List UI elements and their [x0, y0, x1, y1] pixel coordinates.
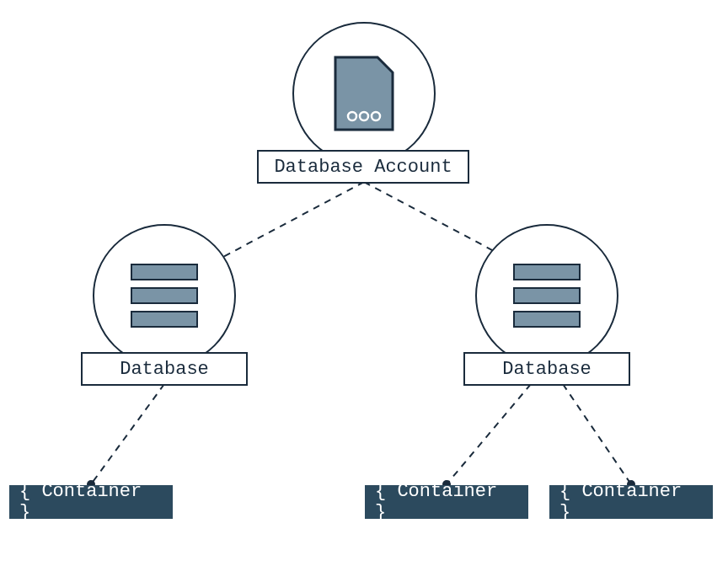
- database-stack-icon: [513, 264, 581, 328]
- container-label: { Container }: [375, 481, 518, 523]
- stack-bar: [131, 287, 198, 304]
- svg-line-2: [364, 182, 508, 259]
- database-label-text: Database: [502, 359, 592, 380]
- database-label-text: Database: [120, 359, 209, 380]
- stack-bar: [131, 264, 198, 280]
- account-circle: [292, 22, 436, 165]
- stack-bar: [513, 287, 581, 304]
- container-box: { Container }: [9, 485, 173, 519]
- stack-bar: [513, 264, 581, 280]
- container-label: { Container }: [559, 481, 703, 523]
- stack-bar: [131, 311, 198, 328]
- document-icon: [334, 56, 394, 131]
- svg-line-6: [447, 384, 531, 484]
- hierarchy-diagram: Database Account Database Database { Con…: [0, 0, 728, 566]
- container-box: { Container }: [365, 485, 528, 519]
- database-stack-icon: [131, 264, 198, 328]
- stack-bar: [513, 311, 581, 328]
- svg-line-8: [563, 384, 631, 484]
- svg-line-4: [91, 384, 164, 484]
- database-circle-left: [93, 224, 236, 367]
- database-circle-right: [475, 224, 618, 367]
- container-label: { Container }: [19, 481, 163, 523]
- container-box: { Container }: [549, 485, 713, 519]
- svg-line-0: [220, 182, 364, 259]
- database-label-right: Database: [463, 352, 630, 386]
- database-label-left: Database: [81, 352, 248, 386]
- account-label-text: Database Account: [274, 157, 452, 178]
- account-label: Database Account: [257, 150, 469, 184]
